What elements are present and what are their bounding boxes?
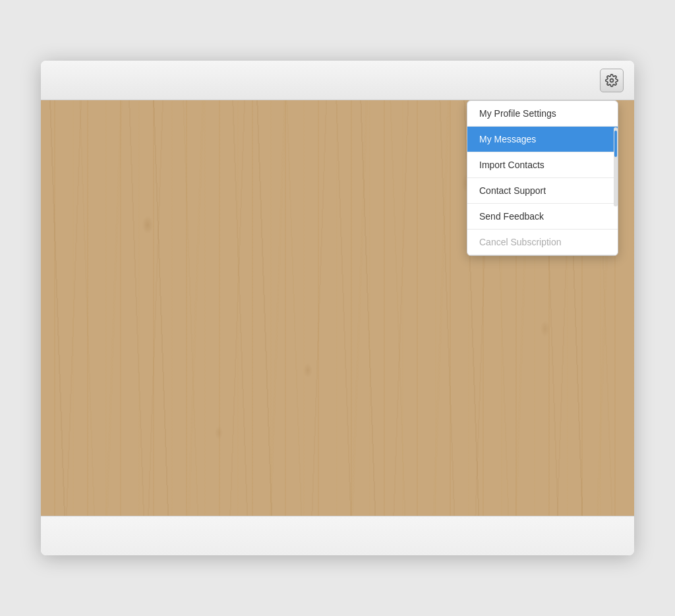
app-window: My Profile Settings My Messages Import C… bbox=[41, 61, 634, 555]
menu-item-import-contacts[interactable]: Import Contacts bbox=[467, 152, 618, 178]
menu-item-contact-support[interactable]: Contact Support bbox=[467, 178, 618, 204]
svg-point-0 bbox=[610, 78, 614, 82]
gear-button[interactable] bbox=[600, 69, 624, 92]
menu-item-profile-settings[interactable]: My Profile Settings bbox=[467, 101, 618, 127]
menu-item-my-messages[interactable]: My Messages bbox=[467, 127, 618, 152]
bottom-bar bbox=[41, 516, 634, 555]
dropdown-scrollbar-thumb bbox=[614, 131, 617, 157]
dropdown-scrollbar[interactable] bbox=[614, 127, 618, 206]
titlebar bbox=[41, 61, 634, 100]
main-content: My Profile Settings My Messages Import C… bbox=[41, 100, 634, 516]
dropdown-menu: My Profile Settings My Messages Import C… bbox=[467, 100, 618, 256]
menu-item-send-feedback[interactable]: Send Feedback bbox=[467, 204, 618, 230]
menu-item-cancel-subscription: Cancel Subscription bbox=[467, 230, 618, 255]
gear-icon bbox=[605, 74, 618, 87]
